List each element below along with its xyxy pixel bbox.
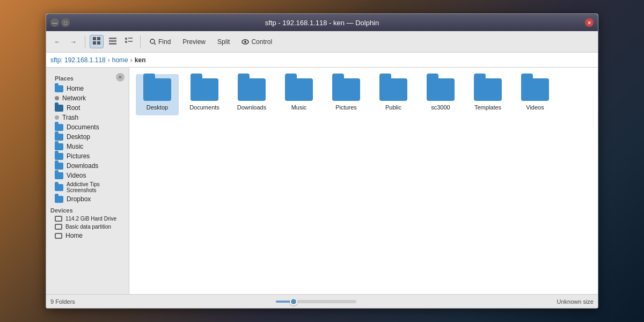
svg-rect-5 [109, 40, 116, 42]
view-icons-icon [93, 37, 100, 46]
svg-rect-8 [128, 38, 133, 39]
root-folder-icon [55, 105, 63, 112]
split-button[interactable]: Split [213, 35, 235, 48]
maximize-button[interactable]: □ [61, 18, 70, 27]
breadcrumb-ken: ken [135, 56, 146, 64]
search-icon [150, 39, 156, 45]
sidebar-item-documents[interactable]: Documents [46, 122, 129, 132]
sidebar-item-hdd[interactable]: 114.2 GiB Hard Drive [46, 215, 129, 223]
sidebar-places-header-row: Places ✕ [46, 70, 129, 84]
templates-folder-big-icon [474, 78, 502, 101]
sidebar-item-partition[interactable]: Basic data partition [46, 223, 129, 231]
svg-point-14 [244, 41, 246, 43]
folder-icon [55, 85, 63, 92]
zoom-slider[interactable] [276, 301, 356, 303]
sc3000-folder-big-icon [427, 78, 455, 101]
sidebar-item-home[interactable]: Home [46, 84, 129, 93]
hdd-icon [55, 216, 62, 222]
svg-rect-7 [125, 38, 127, 40]
pictures-folder-icon [55, 153, 63, 160]
minimize-button[interactable]: — [50, 18, 59, 27]
control-button[interactable]: Control [237, 35, 277, 48]
desktop-folder-big-icon [143, 78, 171, 101]
sidebar-close-button[interactable]: ✕ [116, 73, 125, 82]
folder-videos[interactable]: Videos [514, 74, 557, 115]
breadcrumb-sftp[interactable]: sftp: 192.168.1.118 [50, 56, 106, 64]
toolbar-separator-1 [85, 35, 85, 48]
toolbar: ← → Find Preview Spl [46, 31, 598, 53]
sidebar-item-network[interactable]: Network [46, 93, 129, 103]
view-details-icon [125, 37, 133, 46]
svg-rect-9 [125, 41, 127, 43]
back-icon: ← [54, 38, 61, 46]
preview-button[interactable]: Preview [178, 35, 210, 48]
eye-icon [241, 39, 249, 45]
forward-button[interactable]: → [67, 35, 80, 48]
desktop-folder-icon [55, 134, 63, 141]
sidebar-item-trash[interactable]: Trash [46, 113, 129, 122]
window-title: sftp - 192.168.1.118 - ken — Dolphin [83, 19, 561, 27]
sidebar-item-videos[interactable]: Videos [46, 171, 129, 180]
sidebar-devices-label: Devices [46, 204, 129, 215]
find-button[interactable]: Find [145, 35, 175, 48]
folder-documents[interactable]: Documents [183, 74, 226, 115]
sidebar: Places ✕ Home Network Root Trash Doc [46, 68, 129, 294]
slider-thumb[interactable] [290, 298, 297, 305]
videos-folder-big-icon [521, 78, 549, 101]
view-icons-button[interactable] [90, 35, 104, 48]
size-label: Unknown size [557, 298, 594, 305]
svg-rect-1 [97, 37, 100, 40]
content-area: Desktop Documents Downloads Music Pictur… [129, 68, 598, 294]
svg-rect-10 [128, 41, 133, 42]
view-details-button[interactable] [122, 35, 136, 48]
sidebar-item-home-device[interactable]: Home [46, 231, 129, 240]
sidebar-places-label: Places [50, 72, 78, 83]
sidebar-item-music[interactable]: Music [46, 142, 129, 151]
folder-sc3000[interactable]: sc3000 [419, 74, 462, 115]
main-area: Places ✕ Home Network Root Trash Doc [46, 68, 598, 294]
folder-public[interactable]: Public [372, 74, 415, 115]
home-device-icon [55, 233, 62, 239]
close-button[interactable]: ✕ [585, 18, 594, 27]
dropbox-folder-icon [55, 196, 63, 203]
folder-pictures[interactable]: Pictures [325, 74, 368, 115]
slider-remaining [297, 300, 356, 303]
sidebar-item-dropbox[interactable]: Dropbox [46, 194, 129, 204]
public-folder-big-icon [379, 78, 407, 101]
pictures-folder-big-icon [332, 78, 360, 101]
forward-icon: → [70, 38, 77, 46]
sidebar-item-addictive[interactable]: Addictive Tips Screenshots [46, 180, 129, 194]
svg-point-11 [150, 39, 155, 43]
breadcrumb: sftp: 192.168.1.118 › home › ken [46, 53, 598, 68]
sidebar-item-pictures[interactable]: Pictures [46, 151, 129, 161]
downloads-folder-big-icon [238, 78, 266, 101]
folder-downloads[interactable]: Downloads [230, 74, 273, 115]
sidebar-item-desktop[interactable]: Desktop [46, 132, 129, 142]
folder-desktop[interactable]: Desktop [136, 74, 179, 115]
folder-count: 9 Folders [50, 298, 75, 305]
folder-music[interactable]: Music [277, 74, 320, 115]
videos-folder-icon [55, 172, 63, 179]
documents-folder-big-icon [191, 78, 218, 101]
toolbar-separator-2 [140, 35, 141, 48]
sidebar-item-downloads[interactable]: Downloads [46, 161, 129, 171]
network-icon [55, 96, 59, 100]
svg-rect-4 [109, 38, 116, 39]
view-compact-button[interactable] [106, 35, 120, 48]
svg-rect-0 [93, 37, 96, 40]
file-grid: Desktop Documents Downloads Music Pictur… [136, 74, 591, 115]
slider-track [276, 301, 356, 303]
folder-templates[interactable]: Templates [466, 74, 509, 115]
breadcrumb-home[interactable]: home [112, 56, 128, 64]
sidebar-item-root[interactable]: Root [46, 103, 129, 113]
music-folder-big-icon [285, 78, 313, 101]
svg-rect-2 [93, 41, 96, 45]
statusbar: 9 Folders Unknown size [46, 294, 598, 308]
partition-icon [55, 224, 62, 230]
addictive-folder-icon [55, 184, 63, 191]
trash-icon [55, 115, 59, 120]
titlebar: — □ sftp - 192.168.1.118 - ken — Dolphin… [46, 14, 598, 31]
back-button[interactable]: ← [50, 35, 64, 48]
svg-rect-3 [97, 41, 100, 45]
downloads-folder-icon [55, 163, 63, 170]
